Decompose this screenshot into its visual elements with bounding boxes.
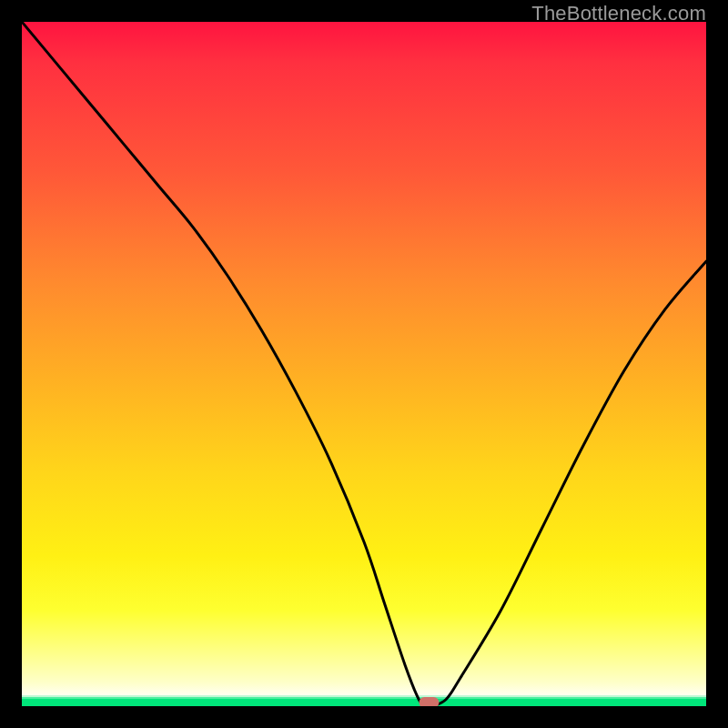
plot-area	[22, 22, 706, 706]
chart-frame: TheBottleneck.com	[0, 0, 728, 728]
curve-svg	[22, 22, 706, 706]
optimum-marker	[419, 697, 439, 706]
watermark-text: TheBottleneck.com	[531, 2, 706, 25]
bottleneck-curve	[22, 22, 706, 706]
